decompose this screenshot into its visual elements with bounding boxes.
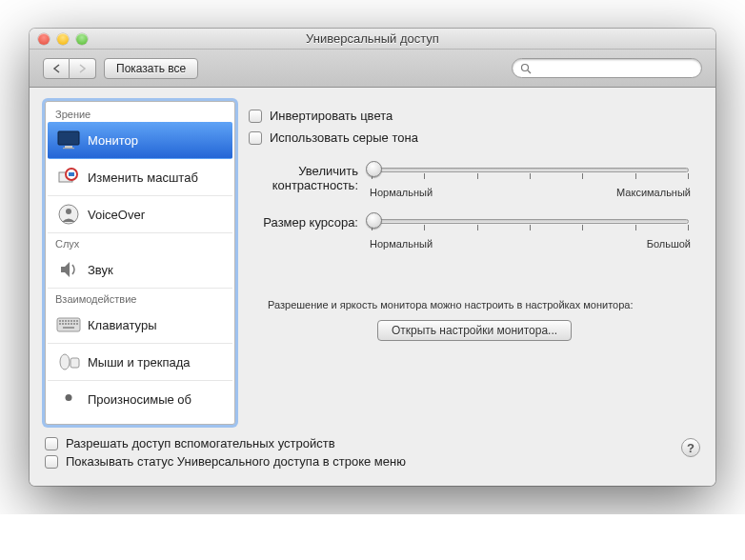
cursor-min-label: Нормальный bbox=[370, 238, 433, 250]
mouse-icon bbox=[55, 350, 82, 373]
svg-rect-17 bbox=[76, 320, 78, 322]
window-title: Универсальный доступ bbox=[30, 31, 715, 46]
sidebar-item-audio[interactable]: Звук bbox=[48, 251, 232, 289]
toolbar: Показать все bbox=[30, 50, 715, 88]
slider-knob[interactable] bbox=[366, 212, 382, 229]
keyboard-icon bbox=[55, 313, 82, 336]
open-display-prefs-label: Открыть настройки монитора... bbox=[392, 324, 557, 337]
svg-rect-2 bbox=[58, 131, 79, 145]
svg-rect-21 bbox=[68, 323, 70, 325]
svg-rect-27 bbox=[70, 358, 79, 368]
close-button[interactable] bbox=[38, 33, 50, 45]
category-sidebar[interactable]: Зрение Монитор Изменить bbox=[45, 101, 235, 425]
display-icon bbox=[55, 129, 82, 151]
prefs-window: Универсальный доступ Показать все bbox=[30, 29, 715, 486]
sidebar-item-speakable[interactable]: Произносимые об bbox=[48, 381, 232, 417]
svg-rect-20 bbox=[65, 323, 67, 325]
search-input[interactable] bbox=[535, 61, 694, 76]
svg-point-28 bbox=[66, 394, 72, 401]
svg-point-26 bbox=[60, 354, 70, 370]
invert-colors-label: Инвертировать цвета bbox=[270, 109, 393, 123]
back-button[interactable] bbox=[43, 58, 70, 79]
menubar-status-label: Показывать статус Универсального доступа… bbox=[66, 454, 406, 469]
grayscale-checkbox[interactable] bbox=[249, 131, 262, 145]
contrast-max-label: Максимальный bbox=[616, 187, 691, 198]
nav-segmented bbox=[43, 58, 96, 79]
forward-button[interactable] bbox=[70, 58, 96, 79]
group-header-vision: Зрение bbox=[48, 104, 232, 122]
assistive-devices-checkbox[interactable] bbox=[45, 437, 58, 450]
svg-rect-7 bbox=[69, 172, 74, 176]
svg-rect-14 bbox=[68, 320, 70, 322]
sidebar-item-keyboard[interactable]: Клавиатуры bbox=[48, 307, 232, 344]
traffic-lights bbox=[38, 33, 88, 45]
zoom-button[interactable] bbox=[76, 33, 88, 45]
display-note: Разрешение и яркость монитора можно наст… bbox=[249, 299, 700, 310]
show-all-button[interactable]: Показать все bbox=[104, 58, 198, 79]
speaker-icon bbox=[55, 258, 82, 281]
search-field[interactable] bbox=[512, 58, 702, 78]
open-display-prefs-button[interactable]: Открыть настройки монитора... bbox=[377, 320, 572, 341]
mic-icon bbox=[55, 388, 82, 410]
assistive-devices-label: Разрешать доступ вспомогательных устройс… bbox=[66, 436, 335, 450]
sidebar-item-display[interactable]: Монитор bbox=[48, 122, 232, 159]
chevron-right-icon bbox=[78, 64, 87, 73]
contrast-slider[interactable] bbox=[368, 162, 693, 183]
voiceover-icon bbox=[55, 203, 82, 226]
svg-rect-23 bbox=[73, 323, 75, 325]
sidebar-item-label: Звук bbox=[88, 263, 113, 277]
svg-rect-25 bbox=[63, 327, 74, 329]
sidebar-item-label: Произносимые об bbox=[88, 392, 191, 407]
chevron-left-icon bbox=[52, 64, 61, 73]
svg-rect-24 bbox=[76, 323, 78, 325]
detail-panel: Инвертировать цвета Использовать серые т… bbox=[249, 101, 700, 425]
svg-rect-22 bbox=[70, 323, 72, 325]
slider-knob[interactable] bbox=[366, 161, 382, 177]
menubar-status-checkbox[interactable] bbox=[45, 455, 58, 469]
sidebar-item-label: Клавиатуры bbox=[88, 318, 157, 332]
cursor-max-label: Большой bbox=[647, 238, 691, 250]
svg-rect-11 bbox=[59, 320, 61, 322]
contrast-min-label: Нормальный bbox=[370, 187, 433, 198]
svg-point-0 bbox=[522, 64, 529, 70]
svg-rect-16 bbox=[73, 320, 75, 322]
help-button[interactable]: ? bbox=[681, 438, 700, 457]
cursor-slider[interactable] bbox=[368, 213, 693, 234]
grayscale-label: Использовать серые тона bbox=[270, 130, 418, 145]
sidebar-item-label: Монитор bbox=[88, 133, 138, 148]
show-all-label: Показать все bbox=[116, 62, 186, 75]
sidebar-item-label: Изменить масштаб bbox=[88, 170, 198, 185]
footer-options: Разрешать доступ вспомогательных устройс… bbox=[45, 436, 700, 469]
search-icon bbox=[520, 63, 532, 74]
svg-rect-15 bbox=[70, 320, 72, 322]
svg-rect-19 bbox=[62, 323, 64, 325]
cursor-label: Размер курсора: bbox=[249, 202, 358, 250]
zoom-icon bbox=[55, 166, 82, 189]
titlebar: Универсальный доступ bbox=[30, 29, 715, 50]
sidebar-item-mouse[interactable]: Мыши и трекпада bbox=[48, 344, 232, 381]
svg-line-1 bbox=[528, 70, 531, 73]
svg-point-9 bbox=[66, 209, 71, 214]
svg-rect-4 bbox=[63, 148, 74, 149]
svg-rect-13 bbox=[65, 320, 67, 322]
svg-rect-3 bbox=[65, 146, 72, 148]
group-header-interact: Взаимодействие bbox=[48, 289, 232, 307]
group-header-hearing: Слух bbox=[48, 233, 232, 251]
sidebar-item-label: VoiceOver bbox=[88, 208, 145, 222]
contrast-label: Увеличить контрастность: bbox=[249, 162, 358, 198]
svg-rect-18 bbox=[59, 323, 61, 325]
sidebar-item-label: Мыши и трекпада bbox=[88, 355, 191, 370]
svg-rect-12 bbox=[62, 320, 64, 322]
invert-colors-checkbox[interactable] bbox=[249, 110, 262, 123]
sidebar-item-voiceover[interactable]: VoiceOver bbox=[48, 196, 232, 233]
sidebar-item-zoom[interactable]: Изменить масштаб bbox=[48, 159, 232, 196]
minimize-button[interactable] bbox=[57, 33, 69, 45]
content-area: Зрение Монитор Изменить bbox=[30, 88, 715, 486]
